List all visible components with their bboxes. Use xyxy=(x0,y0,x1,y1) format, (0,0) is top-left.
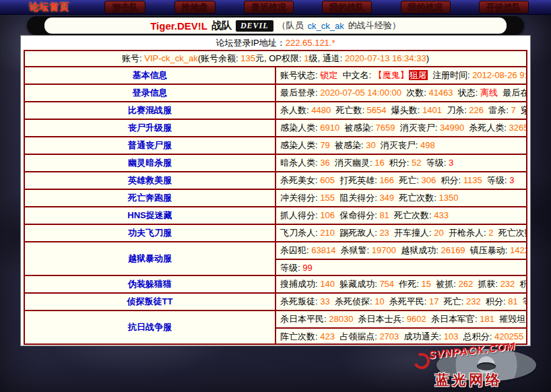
text-segment: 抓人得分: xyxy=(280,210,320,220)
text-segment: 积分: xyxy=(515,279,526,289)
text-segment: 杀死美女: xyxy=(280,175,320,185)
server-stats: 杀死美女: 605 打死英雄: 166 死亡: 306 积分: 1135 等级:… xyxy=(276,172,527,189)
text-segment: 41463 xyxy=(428,88,453,98)
text-segment: 232 xyxy=(466,296,481,306)
text-segment: 最后在线: xyxy=(498,88,526,98)
server-stats: 账号状态: 锁定 中文名: 【魔鬼】狙屠 注册时间: 2012-08-26 9:… xyxy=(276,67,527,84)
text-segment: 等级: xyxy=(518,296,526,306)
text-segment: 【魔鬼】 xyxy=(374,70,409,80)
stat-line: 杀囚犯: 63814 杀狱警: 19700 越狱成功: 26169 镇压暴动: … xyxy=(276,242,526,259)
stats-row: 侦探叛徒TT杀死叛徒: 33 杀死侦探: 10 杀死平民: 17 死亡: 232… xyxy=(24,293,527,311)
stats-row: HNS捉迷藏抓人得分: 106 保命得分: 81 死亡次数: 433 xyxy=(24,207,527,224)
text-segment: 20 xyxy=(434,228,443,238)
nav-item-3[interactable]: 最近战况 xyxy=(244,1,294,13)
server-stats: 抓人得分: 106 保命得分: 81 死亡次数: 433 xyxy=(276,207,527,224)
server-label[interactable]: 抗日战争服 xyxy=(24,311,276,344)
server-label[interactable]: HNS捉迷藏 xyxy=(24,207,276,224)
server-stats: 感染人类: 79 被感染: 30 消灭丧尸: 498 xyxy=(276,137,527,154)
nav-item-4[interactable]: 我的战队 xyxy=(322,1,372,13)
server-label[interactable]: 比赛混战服 xyxy=(24,102,276,119)
text-segment: 消灭丧尸: xyxy=(376,140,420,150)
text-segment: 6910 xyxy=(320,123,339,133)
stats-row: 普通丧尸服感染人类: 79 被感染: 30 消灭丧尸: 498 xyxy=(24,137,527,154)
text-segment: 死亡次数: xyxy=(389,210,434,220)
server-label[interactable]: 伪装躲猫猫 xyxy=(24,275,276,293)
forum-ip-label: 论坛登录IP地址： xyxy=(216,38,285,48)
stats-row: 英雄救美服杀死美女: 605 打死英雄: 166 死亡: 306 积分: 113… xyxy=(24,172,527,189)
nav-item-2[interactable]: 抢地盘 xyxy=(174,1,216,13)
stats-row: 越狱暴动服杀囚犯: 63814 杀狱警: 19700 越狱成功: 26169 镇… xyxy=(24,242,527,275)
text-segment: 消灭丧尸: xyxy=(395,123,440,133)
stats-row: 幽灵暗杀服暗杀人类: 36 消灭幽灵: 16 积分: 52 等级: 3 xyxy=(24,154,527,172)
text-segment: 7 xyxy=(511,105,516,115)
stats-row: 伪装躲猫猫搜捕成功: 140 躲藏成功: 754 作死: 15 被抓: 262 … xyxy=(24,275,527,293)
text-segment: 2020-07-13 16:34:33 xyxy=(345,53,426,63)
text-segment: 成功通关: xyxy=(399,331,443,341)
text-segment: 181 xyxy=(480,314,494,324)
text-segment: 79 xyxy=(320,140,329,150)
server-label[interactable]: 功夫飞刀服 xyxy=(24,224,276,242)
nav-item-1[interactable]: 游击队 xyxy=(104,1,145,13)
stats-row: 死亡奔跑服冲关得分: 155 阻关得分: 349 死亡次数: 1350 xyxy=(24,189,527,207)
stat-line: 杀日本平民: 28030 杀日本士兵: 9602 杀日本军官: 181 摧毁坦克… xyxy=(276,311,526,327)
text-segment: 阵亡次数: xyxy=(280,331,320,341)
text-segment: 34990 xyxy=(440,123,464,133)
server-label[interactable]: 侦探叛徒TT xyxy=(24,293,276,311)
text-segment: 次数: xyxy=(401,88,428,98)
stat-line: 阵亡次数: 423 占领据点: 2703 成功通关: 103 总积分: 4202… xyxy=(276,327,526,344)
text-segment: 17 xyxy=(429,296,439,306)
text-segment: 被抓: xyxy=(431,279,458,289)
server-label[interactable]: 普通丧尸服 xyxy=(24,137,276,154)
text-segment: 226 xyxy=(469,105,484,115)
text-segment: 开枪杀人: xyxy=(444,228,488,238)
server-label[interactable]: 基本信息 xyxy=(24,67,276,84)
server-label[interactable]: 幽灵暗杀服 xyxy=(24,154,276,172)
nav-item-5[interactable]: 我的战况 xyxy=(401,1,451,13)
text-segment: 420255 xyxy=(494,331,523,341)
page: { "nav": { "items": [ {"label": "论坛首页", … xyxy=(0,0,551,392)
stats-row: 丧尸升级服感染人类: 6910 被感染: 7659 消灭丧尸: 34990 杀死… xyxy=(24,119,527,137)
watermark-logo: SVNPACK.COM 蓝光网络 xyxy=(412,344,536,391)
server-label[interactable]: 丧尸升级服 xyxy=(24,119,276,137)
text-segment: 等级: xyxy=(482,175,509,185)
text-segment: 杀日本士兵: xyxy=(353,314,406,324)
stat-line: 账号状态: 锁定 中文名: 【魔鬼】狙屠 注册时间: 2012-08-26 9:… xyxy=(276,67,526,84)
stats-row: 基本信息账号状态: 锁定 中文名: 【魔鬼】狙屠 注册时间: 2012-08-2… xyxy=(24,67,527,84)
text-segment: 雷杀: xyxy=(484,105,511,115)
text-segment: 中文名: xyxy=(337,70,373,80)
text-segment: 3 xyxy=(449,158,453,168)
stat-line: 等级: 99 xyxy=(276,259,526,275)
server-stats: 杀囚犯: 63814 杀狱警: 19700 越狱成功: 26169 镇压暴动: … xyxy=(276,242,527,275)
text-segment: 等级: xyxy=(523,331,526,341)
text-segment: 754 xyxy=(379,279,394,289)
server-label[interactable]: 登录信息 xyxy=(24,84,276,102)
text-segment: VIP-ck_ck_ak xyxy=(144,53,197,63)
devil-logo-icon: DEVIL xyxy=(236,20,273,32)
text-segment: 166 xyxy=(379,175,394,185)
stats-table: 账号: VIP-ck_ck_ak(账号余额: 135元, OP权限: 1级, 通… xyxy=(24,50,527,345)
text-segment: 52 xyxy=(412,158,421,168)
text-segment: 5654 xyxy=(367,105,387,115)
server-stats: 杀日本平民: 28030 杀日本士兵: 9602 杀日本军官: 181 摧毁坦克… xyxy=(276,311,527,344)
server-label[interactable]: 英雄救美服 xyxy=(24,172,276,189)
text-segment: 账号: xyxy=(122,53,144,63)
account-summary-row: 账号: VIP-ck_ck_ak(账号余额: 135元, OP权限: 1级, 通… xyxy=(24,51,527,67)
stats-row: 功夫飞刀服飞刀杀人: 210 踢死敌人: 23 开车撞人: 20 开枪杀人: 2… xyxy=(24,224,527,242)
text-segment: 135 xyxy=(240,53,255,63)
stat-line: 飞刀杀人: 210 踢死敌人: 23 开车撞人: 20 开枪杀人: 2 死亡次数… xyxy=(276,225,526,241)
text-segment: 保命得分: xyxy=(335,210,379,220)
text-segment: 2703 xyxy=(379,331,399,341)
banner-subtitle-suffix: 的战斗经验） xyxy=(348,20,401,32)
stats-table-body: 账号: VIP-ck_ck_ak(账号余额: 135元, OP权限: 1级, 通… xyxy=(24,51,527,344)
team-banner: Tiger.DEV!L 战队 DEVIL （队员ck_ck_ak的战斗经验） xyxy=(27,16,524,35)
text-segment: 注册时间: xyxy=(428,70,472,80)
nav-item-6[interactable]: 开设战队 xyxy=(479,1,529,13)
server-label[interactable]: 死亡奔跑服 xyxy=(24,189,276,207)
text-segment: 摧毁坦克: xyxy=(494,314,526,324)
stats-row: 比赛混战服杀人数: 4480 死亡数: 5654 爆头数: 1401 刀杀: 2… xyxy=(24,102,527,119)
server-label[interactable]: 越狱暴动服 xyxy=(24,242,276,275)
stat-line: 杀死美女: 605 打死英雄: 166 死亡: 306 积分: 1135 等级:… xyxy=(276,172,526,189)
text-segment: 81 xyxy=(508,296,517,306)
text-segment: 杀日本平民: xyxy=(280,314,329,324)
nav-item-0[interactable]: 论坛首页 xyxy=(22,1,76,13)
